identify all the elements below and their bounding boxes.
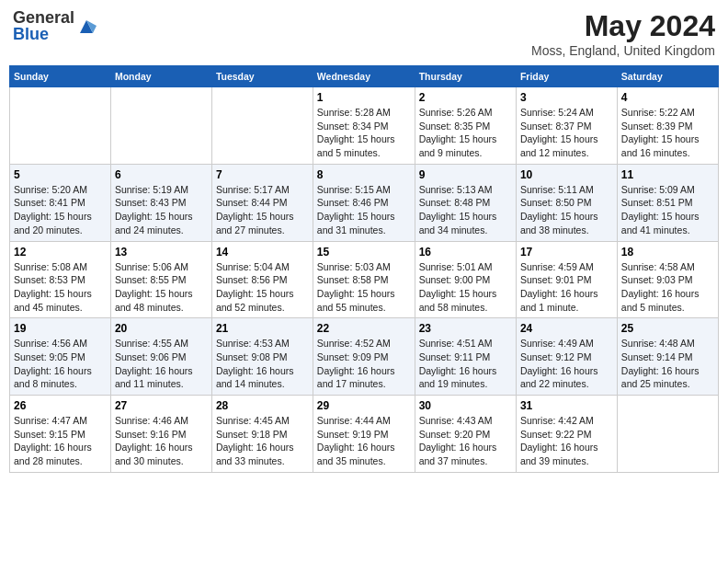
logo-text: General Blue [13,9,74,42]
day-info-line: Sunrise: 4:47 AM [14,414,107,428]
day-info-line: and 35 minutes. [317,454,411,468]
day-info-line: Sunset: 8:39 PM [621,120,714,133]
day-info-line: Daylight: 16 hours [621,364,714,378]
day-info-line: Sunset: 8:34 PM [317,120,411,133]
calendar-cell [211,87,313,165]
day-info-line: Sunrise: 4:45 AM [216,414,309,428]
calendar-cell: 29Sunrise: 4:44 AMSunset: 9:19 PMDayligh… [313,396,415,473]
day-number: 11 [621,168,714,181]
calendar-cell: 27Sunrise: 4:46 AMSunset: 9:16 PMDayligh… [110,396,211,473]
day-info-line: Daylight: 15 hours [216,287,309,301]
day-info-line: Sunrise: 5:24 AM [520,106,613,120]
day-info-line: Daylight: 16 hours [520,441,613,454]
day-number: 12 [14,246,107,259]
day-info-line: and 19 minutes. [419,377,512,391]
calendar-cell: 13Sunrise: 5:06 AMSunset: 8:55 PMDayligh… [110,241,211,318]
day-info-line: Daylight: 16 hours [520,287,613,301]
day-info-line: and 8 minutes. [14,377,107,391]
calendar-cell: 17Sunrise: 4:59 AMSunset: 9:01 PMDayligh… [516,241,617,318]
day-info-line: Sunset: 9:03 PM [621,273,714,287]
day-info-line: Sunrise: 5:19 AM [115,183,208,197]
day-info-line: Sunset: 9:14 PM [621,350,714,364]
day-info-line: Sunset: 8:41 PM [14,196,107,210]
day-number: 31 [520,399,613,412]
day-info-line: and 58 minutes. [419,301,512,315]
day-number: 18 [621,246,714,259]
calendar-cell: 11Sunrise: 5:09 AMSunset: 8:51 PMDayligh… [617,164,718,241]
day-info-line: Sunset: 8:51 PM [621,196,714,210]
day-info-line: and 30 minutes. [115,454,208,468]
day-info-line: and 33 minutes. [216,454,309,468]
calendar-cell: 5Sunrise: 5:20 AMSunset: 8:41 PMDaylight… [10,164,111,241]
calendar-cell: 12Sunrise: 5:08 AMSunset: 8:53 PMDayligh… [10,241,111,318]
day-info-line: Sunrise: 4:58 AM [621,260,714,274]
calendar-cell: 1Sunrise: 5:28 AMSunset: 8:34 PMDaylight… [313,87,415,165]
day-info-line: and 45 minutes. [14,301,107,315]
day-info-line: Sunset: 8:46 PM [317,196,411,210]
day-info-line: Daylight: 15 hours [621,132,714,146]
day-number: 9 [419,168,512,181]
header-friday: Friday [516,66,617,87]
day-info-line: Daylight: 16 hours [115,441,208,454]
day-info-line: and 25 minutes. [621,377,714,391]
day-number: 5 [14,168,107,181]
day-info-line: Sunrise: 4:42 AM [520,414,613,428]
day-number: 20 [115,322,208,335]
calendar-cell: 7Sunrise: 5:17 AMSunset: 8:44 PMDaylight… [211,164,313,241]
calendar-cell: 19Sunrise: 4:56 AMSunset: 9:05 PMDayligh… [10,318,111,396]
day-number: 27 [115,399,208,412]
day-info-line: and 31 minutes. [317,224,411,237]
day-info-line: Sunrise: 5:04 AM [216,260,309,274]
day-info-line: Sunset: 9:06 PM [115,350,208,364]
header-tuesday: Tuesday [211,66,313,87]
day-info-line: Sunset: 9:01 PM [520,273,613,287]
day-info-line: Daylight: 16 hours [621,287,714,301]
day-info-line: Sunrise: 5:26 AM [419,106,512,120]
day-info-line: Sunrise: 5:09 AM [621,183,714,197]
calendar-cell: 14Sunrise: 5:04 AMSunset: 8:56 PMDayligh… [211,241,313,318]
calendar-cell: 26Sunrise: 4:47 AMSunset: 9:15 PMDayligh… [10,396,111,473]
day-info-line: Daylight: 16 hours [14,441,107,454]
day-info-line: Daylight: 15 hours [216,210,309,224]
day-info-line: Daylight: 16 hours [419,364,512,378]
day-info-line: and 22 minutes. [520,377,613,391]
day-number: 6 [115,168,208,181]
day-info-line: Daylight: 16 hours [317,364,411,378]
calendar-table: Sunday Monday Tuesday Wednesday Thursday… [9,65,719,473]
header-wednesday: Wednesday [313,66,415,87]
day-info-line: Sunrise: 5:17 AM [216,183,309,197]
day-info-line: Daylight: 15 hours [317,210,411,224]
day-info-line: and 39 minutes. [520,454,613,468]
day-info-line: Daylight: 16 hours [317,441,411,454]
day-number: 30 [419,399,512,412]
day-info-line: Daylight: 15 hours [317,132,411,146]
day-info-line: Sunset: 9:00 PM [419,273,512,287]
calendar-cell: 3Sunrise: 5:24 AMSunset: 8:37 PMDaylight… [516,87,617,165]
calendar-cell: 16Sunrise: 5:01 AMSunset: 9:00 PMDayligh… [415,241,516,318]
day-number: 22 [317,322,411,335]
day-info-line: and 12 minutes. [520,146,613,160]
day-info-line: Sunset: 8:35 PM [419,120,512,133]
calendar-cell [617,396,718,473]
header-sunday: Sunday [10,66,111,87]
day-number: 8 [317,168,411,181]
day-info-line: Sunset: 8:37 PM [520,120,613,133]
day-info-line: Sunrise: 4:48 AM [621,337,714,350]
day-info-line: Sunrise: 4:44 AM [317,414,411,428]
day-info-line: and 5 minutes. [621,301,714,315]
calendar-week-row: 1Sunrise: 5:28 AMSunset: 8:34 PMDaylight… [10,87,719,165]
day-info-line: Daylight: 15 hours [621,210,714,224]
day-info-line: Sunset: 9:16 PM [115,428,208,442]
day-info-line: and 24 minutes. [115,224,208,237]
day-info-line: Sunrise: 5:06 AM [115,260,208,274]
day-info-line: Sunrise: 4:59 AM [520,260,613,274]
location-subtitle: Moss, England, United Kingdom [531,43,715,58]
day-info-line: and 38 minutes. [520,224,613,237]
day-number: 25 [621,322,714,335]
day-info-line: Sunset: 9:09 PM [317,350,411,364]
logo-icon [76,17,97,37]
day-info-line: Sunset: 8:43 PM [115,196,208,210]
day-info-line: and 14 minutes. [216,377,309,391]
day-number: 1 [317,91,411,104]
day-info-line: and 55 minutes. [317,301,411,315]
